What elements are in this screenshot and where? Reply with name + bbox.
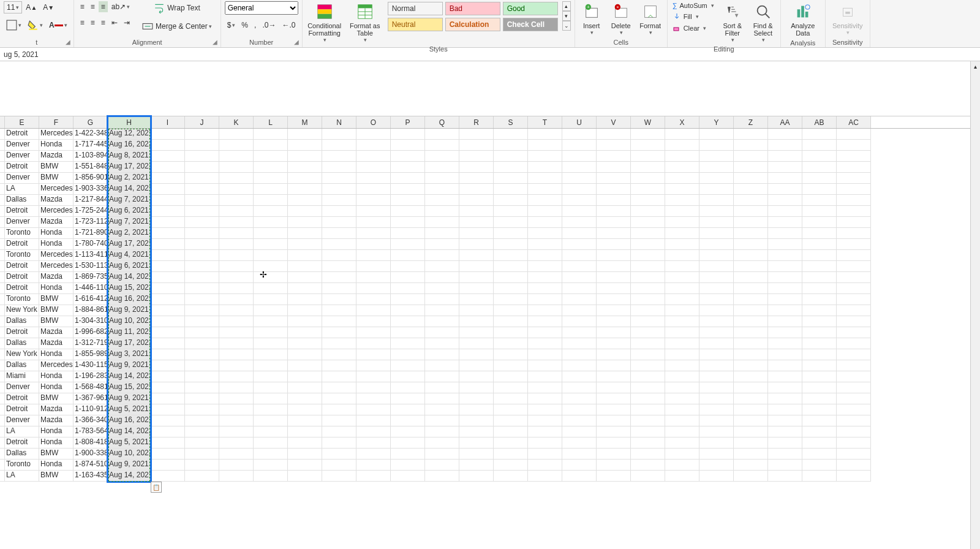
cell[interactable] bbox=[322, 393, 356, 404]
cell[interactable] bbox=[837, 173, 871, 184]
cell[interactable] bbox=[219, 471, 254, 482]
cell[interactable] bbox=[699, 471, 734, 482]
cell[interactable] bbox=[802, 217, 837, 228]
cell[interactable] bbox=[254, 305, 288, 316]
cell[interactable] bbox=[425, 393, 459, 404]
cell[interactable] bbox=[219, 327, 254, 338]
table-row[interactable]: DetroitMazda1-996-682Aug 11, 2021 bbox=[0, 327, 980, 338]
cell[interactable]: Aug 2, 2021 bbox=[108, 228, 151, 239]
cell[interactable] bbox=[254, 217, 288, 228]
cell[interactable] bbox=[699, 151, 734, 162]
cell[interactable]: Mercedes bbox=[39, 250, 74, 261]
cell[interactable] bbox=[597, 437, 631, 449]
cell[interactable] bbox=[288, 393, 322, 404]
cell[interactable]: Mercedes bbox=[39, 206, 74, 217]
cell[interactable] bbox=[288, 129, 322, 140]
table-row[interactable]: DetroitBMW1-551-848Aug 17, 2021 bbox=[0, 162, 980, 173]
cell[interactable]: Aug 6, 2021 bbox=[108, 206, 151, 217]
cell[interactable]: Honda bbox=[39, 426, 74, 437]
cell[interactable] bbox=[528, 228, 562, 239]
vertical-scrollbar[interactable]: ▴ bbox=[970, 61, 980, 549]
cell[interactable] bbox=[562, 162, 597, 173]
cell[interactable] bbox=[699, 272, 734, 283]
cell[interactable] bbox=[185, 316, 219, 327]
cell[interactable] bbox=[528, 129, 562, 140]
cell[interactable] bbox=[802, 250, 837, 261]
cell[interactable] bbox=[391, 217, 425, 228]
cell[interactable] bbox=[665, 151, 699, 162]
cell[interactable] bbox=[734, 162, 768, 173]
cell[interactable] bbox=[185, 426, 219, 437]
cell[interactable] bbox=[802, 195, 837, 206]
cell[interactable]: Mazda bbox=[39, 151, 74, 162]
cell[interactable]: Honda bbox=[39, 382, 74, 393]
cell[interactable] bbox=[665, 393, 699, 404]
cell[interactable]: BMW bbox=[39, 393, 74, 404]
cell[interactable] bbox=[802, 349, 837, 360]
cell[interactable] bbox=[356, 360, 391, 371]
cell[interactable]: Detroit bbox=[5, 162, 39, 173]
cell[interactable]: Mazda bbox=[39, 217, 74, 228]
cell[interactable] bbox=[151, 261, 185, 272]
cell[interactable] bbox=[734, 460, 768, 471]
cell[interactable] bbox=[425, 217, 459, 228]
column-header-K[interactable]: K bbox=[219, 116, 254, 128]
cell[interactable] bbox=[356, 449, 391, 460]
cell[interactable] bbox=[597, 404, 631, 415]
cell[interactable]: BMW bbox=[39, 162, 74, 173]
cell[interactable]: 1-530-113 bbox=[74, 261, 108, 272]
cell[interactable] bbox=[425, 239, 459, 250]
cell[interactable] bbox=[528, 162, 562, 173]
cell[interactable] bbox=[288, 162, 322, 173]
cell[interactable]: Aug 8, 2021 bbox=[108, 151, 151, 162]
cell[interactable] bbox=[837, 460, 871, 471]
cell[interactable] bbox=[837, 437, 871, 449]
cell[interactable] bbox=[425, 151, 459, 162]
cell[interactable] bbox=[597, 382, 631, 393]
cell[interactable] bbox=[665, 129, 699, 140]
cell[interactable] bbox=[665, 184, 699, 195]
cell[interactable] bbox=[288, 272, 322, 283]
cell[interactable] bbox=[219, 162, 254, 173]
cell[interactable] bbox=[734, 327, 768, 338]
cell[interactable] bbox=[734, 371, 768, 382]
cell[interactable] bbox=[528, 393, 562, 404]
cell[interactable] bbox=[288, 382, 322, 393]
cell[interactable] bbox=[288, 338, 322, 349]
cell[interactable] bbox=[322, 184, 356, 195]
cell[interactable]: 1-725-244 bbox=[74, 206, 108, 217]
cell[interactable] bbox=[631, 129, 665, 140]
cell[interactable] bbox=[837, 338, 871, 349]
find-select-button[interactable]: Find & Select▾ bbox=[750, 1, 777, 44]
cell[interactable] bbox=[802, 426, 837, 437]
cell[interactable] bbox=[734, 415, 768, 426]
cell[interactable] bbox=[288, 140, 322, 151]
cell[interactable] bbox=[528, 195, 562, 206]
cell[interactable] bbox=[631, 471, 665, 482]
cell[interactable] bbox=[699, 261, 734, 272]
cell[interactable]: 1-568-481 bbox=[74, 382, 108, 393]
cell[interactable] bbox=[322, 305, 356, 316]
cell[interactable]: Honda bbox=[39, 437, 74, 449]
cell[interactable] bbox=[699, 129, 734, 140]
cell[interactable] bbox=[288, 415, 322, 426]
cell[interactable] bbox=[356, 437, 391, 449]
cell[interactable] bbox=[151, 294, 185, 305]
cell[interactable]: 1-366-340 bbox=[74, 415, 108, 426]
cell[interactable] bbox=[665, 460, 699, 471]
table-row[interactable]: DetroitHonda1-446-110Aug 15, 2021 bbox=[0, 283, 980, 294]
cell[interactable] bbox=[459, 349, 494, 360]
cell[interactable] bbox=[631, 140, 665, 151]
cell[interactable] bbox=[699, 437, 734, 449]
cell[interactable] bbox=[459, 129, 494, 140]
align-bottom-icon[interactable]: ≡ bbox=[99, 1, 108, 12]
cell[interactable] bbox=[254, 283, 288, 294]
cell[interactable] bbox=[837, 382, 871, 393]
cell[interactable] bbox=[631, 151, 665, 162]
cell[interactable] bbox=[528, 250, 562, 261]
cell[interactable] bbox=[734, 316, 768, 327]
cell[interactable] bbox=[185, 195, 219, 206]
cell[interactable]: LA bbox=[5, 471, 39, 482]
cell[interactable]: 1-446-110 bbox=[74, 283, 108, 294]
cell[interactable] bbox=[528, 305, 562, 316]
